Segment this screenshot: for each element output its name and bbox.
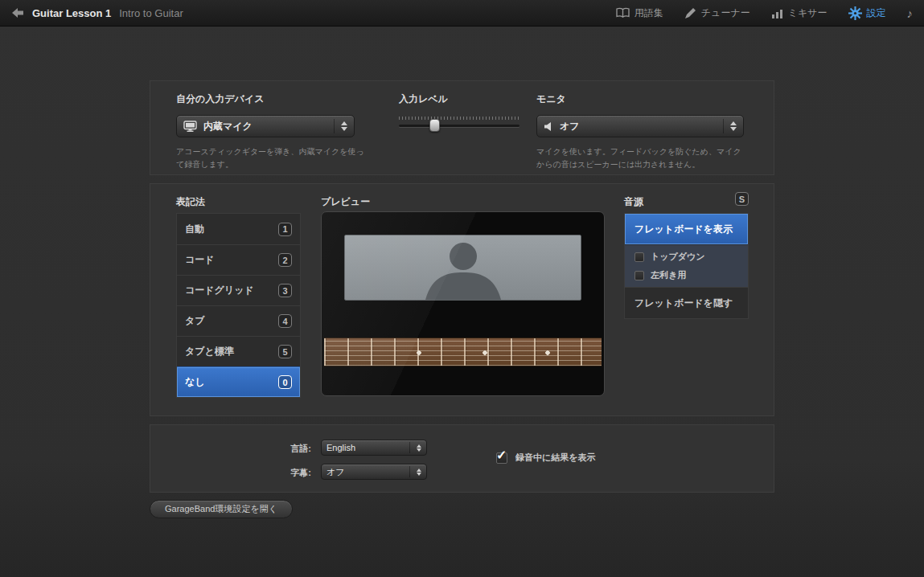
glossary-button[interactable]: 用語集 — [616, 6, 663, 20]
open-preferences-button[interactable]: GarageBand環境設定を開く — [150, 500, 293, 518]
slider-ticks — [399, 117, 519, 120]
monitor-dropdown[interactable]: オフ — [536, 115, 744, 137]
monitor-help: マイクを使います。フィードバックを防ぐため、マイクからの音はスピーカーには出力さ… — [536, 145, 747, 170]
notation-item-label: コードグリッド — [185, 284, 254, 297]
lesson-title: Guitar Lesson 1 — [32, 7, 111, 19]
language-value: English — [326, 443, 355, 452]
book-icon — [616, 7, 630, 18]
person-silhouette-icon — [395, 235, 532, 300]
back-arrow-icon — [11, 7, 24, 18]
language-panel: 言語: English 字幕: オフ ✓ 録音中に結果を表示 — [150, 424, 774, 493]
subtitle-label: 字幕: — [271, 467, 311, 479]
camera-feed — [344, 235, 581, 301]
top-toolbar: Guitar Lesson 1 Intro to Guitar 用語集 チューナ… — [0, 0, 924, 27]
stepper-arrows-icon — [409, 466, 421, 477]
hide-fretboard-button[interactable]: フレットボードを隠す — [625, 288, 748, 318]
left-handed-option[interactable]: 左利き用 — [634, 269, 738, 281]
language-label: 言語: — [271, 443, 311, 455]
input-device-label: 自分の入力デバイス — [176, 92, 264, 106]
settings-button[interactable]: 設定 — [848, 6, 886, 20]
show-results-checkbox[interactable]: ✓ — [496, 452, 507, 464]
shortcut-badge: 3 — [278, 284, 292, 297]
shortcut-badge-s: S — [735, 192, 749, 206]
settings-label: 設定 — [867, 6, 886, 20]
lesson-settings-panel: 表記法 自動 1 コード 2 コードグリッド 3 タブ 4 タブと標準 5 なし… — [150, 183, 774, 416]
stepper-arrows-icon — [334, 119, 347, 133]
audio-input-panel: 自分の入力デバイス 内蔵マイク アコースティックギターを弾き、内蔵マイクを使って… — [150, 80, 774, 175]
input-device-help: アコースティックギターを弾き、内蔵マイクを使って録音します。 — [176, 145, 368, 170]
notation-item-chord[interactable]: コード 2 — [177, 244, 300, 275]
stepper-arrows-icon — [723, 119, 737, 133]
language-dropdown[interactable]: English — [321, 440, 427, 456]
mixer-button[interactable]: ミキサー — [771, 6, 827, 20]
shortcut-badge: 2 — [278, 253, 292, 267]
music-note-icon[interactable]: ♪ — [907, 6, 914, 20]
display-mic-icon — [183, 121, 197, 132]
fretboard-options-group: フレットボードを表示 トップダウン 左利き用 フレットボードを隠す — [624, 213, 749, 319]
subtitle-value: オフ — [326, 466, 345, 478]
left-handed-label: 左利き用 — [651, 269, 686, 281]
show-results-label: 録音中に結果を表示 — [515, 452, 596, 464]
subtitle-dropdown[interactable]: オフ — [321, 464, 427, 480]
slider-handle[interactable] — [429, 119, 440, 132]
input-device-dropdown[interactable]: 内蔵マイク — [176, 115, 355, 137]
notation-item-tab-standard[interactable]: タブと標準 5 — [177, 336, 300, 366]
show-results-option[interactable]: ✓ 録音中に結果を表示 — [496, 452, 596, 464]
show-fretboard-button[interactable]: フレットボードを表示 — [625, 214, 748, 244]
shortcut-badge: 0 — [278, 375, 292, 389]
input-level-label: 入力レベル — [399, 92, 448, 106]
top-down-option[interactable]: トップダウン — [634, 251, 738, 263]
source-label: 音源 — [624, 195, 643, 209]
notation-item-chord-grid[interactable]: コードグリッド 3 — [177, 275, 300, 305]
notation-item-label: コード — [185, 253, 215, 267]
notation-item-label: なし — [185, 375, 205, 389]
top-down-checkbox[interactable] — [634, 252, 644, 262]
slider-track[interactable] — [399, 125, 519, 127]
tuner-label: チューナー — [701, 6, 750, 20]
notation-list: 自動 1 コード 2 コードグリッド 3 タブ 4 タブと標準 5 なし 0 — [176, 213, 301, 398]
fretboard-preview — [324, 338, 602, 366]
preview-label: プレビュー — [321, 195, 370, 209]
notation-item-label: 自動 — [185, 223, 204, 236]
video-preview — [321, 211, 605, 396]
monitor-label: モニタ — [536, 92, 566, 106]
lesson-subtitle: Intro to Guitar — [119, 7, 183, 19]
top-down-label: トップダウン — [651, 251, 705, 263]
tuner-button[interactable]: チューナー — [684, 6, 750, 20]
monitor-value: オフ — [560, 120, 580, 133]
glossary-label: 用語集 — [634, 6, 663, 20]
input-level-slider[interactable] — [399, 115, 519, 136]
speaker-icon — [544, 121, 553, 132]
back-button[interactable] — [11, 7, 24, 18]
notation-item-tab[interactable]: タブ 4 — [177, 305, 300, 336]
check-icon: ✓ — [496, 448, 507, 463]
mixer-icon — [771, 8, 783, 18]
tuner-icon — [684, 7, 696, 19]
shortcut-badge: 4 — [278, 314, 292, 328]
gear-icon — [848, 6, 862, 20]
stepper-arrows-icon — [409, 442, 421, 453]
mixer-label: ミキサー — [788, 6, 827, 20]
notation-item-label: タブと標準 — [185, 345, 234, 358]
notation-item-label: タブ — [185, 314, 205, 328]
notation-label: 表記法 — [176, 195, 205, 209]
shortcut-badge: 1 — [278, 223, 292, 236]
notation-item-none[interactable]: なし 0 — [177, 366, 300, 397]
fretboard-checkbox-block: トップダウン 左利き用 — [625, 244, 748, 288]
left-handed-checkbox[interactable] — [634, 271, 644, 280]
shortcut-badge: 5 — [278, 345, 292, 358]
notation-item-auto[interactable]: 自動 1 — [177, 214, 300, 244]
input-device-value: 内蔵マイク — [203, 120, 253, 133]
